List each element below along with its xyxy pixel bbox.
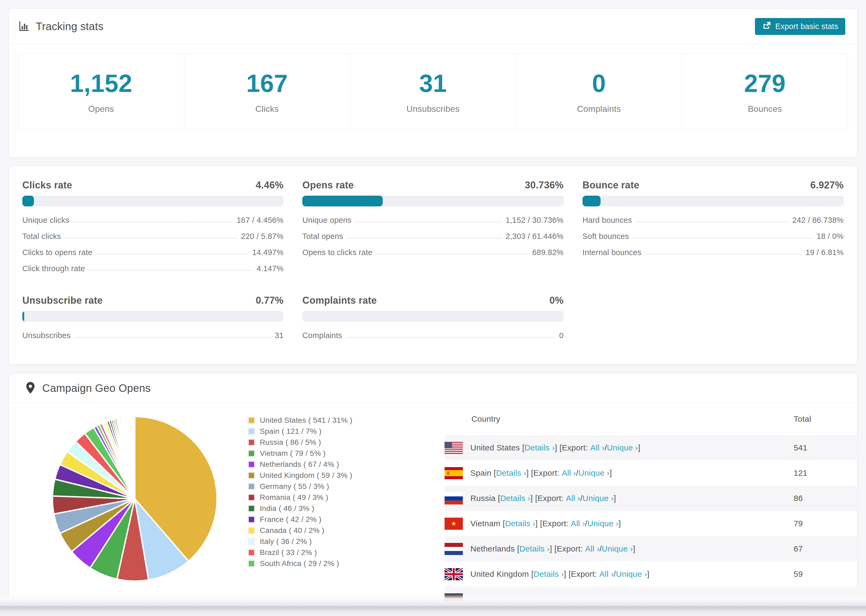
legend-label: Romania ( 49 / 3% )	[260, 493, 328, 502]
header-divider	[9, 44, 857, 44]
legend-swatch-color	[249, 440, 254, 445]
rate-detail-row: Soft bounces18 / 0%	[583, 228, 844, 244]
detail-value: 167 / 4.456%	[237, 216, 284, 225]
rate-card-header: Unsubscribe rate0.77%	[22, 295, 283, 306]
pie-legend: United States ( 541 / 31% )Spain ( 121 /…	[248, 415, 352, 569]
rate-detail-row: Total opens2,303 / 61.446%	[302, 228, 564, 244]
legend-swatch	[248, 549, 255, 556]
rate-detail-row: Click through rate4.147%	[22, 261, 283, 277]
details-link[interactable]: Details ›	[505, 519, 535, 528]
legend-swatch-color	[249, 506, 254, 511]
country-name: Russia	[471, 494, 496, 503]
table-row-russia: Russia [Details ›] [Export: All › / Uniq…	[444, 486, 857, 511]
progress-bar	[583, 196, 844, 206]
total-value: 67	[794, 544, 857, 553]
legend-swatch	[248, 516, 255, 523]
rate-value: 0.77%	[256, 295, 284, 306]
export-unique-link[interactable]: Unique ›	[607, 443, 638, 452]
legend-item-romania: Romania ( 49 / 3% )	[248, 492, 352, 503]
legend-label: Spain ( 121 / 7% )	[260, 427, 322, 436]
export-label: Export:	[562, 443, 588, 452]
detail-value: 2,303 / 61.446%	[505, 232, 564, 241]
table-row-netherlands: Netherlands [Details ›] [Export: All › /…	[444, 536, 857, 561]
table-row-vietnam: Vietnam [Details ›] [Export: All › / Uni…	[444, 511, 857, 536]
legend-swatch-color	[249, 550, 254, 555]
dotted-leader	[645, 254, 802, 255]
details-link[interactable]: Details ›	[519, 544, 550, 553]
stat-label: Complaints	[577, 104, 621, 114]
rate-card-clicks-rate: Clicks rate4.46%Unique clicks167 / 4.456…	[22, 179, 283, 277]
detail-value: 19 / 6.81%	[806, 248, 844, 257]
legend-item-russia: Russia ( 86 / 5% )	[248, 437, 352, 448]
export-unique-link[interactable]: Unique ›	[578, 468, 610, 478]
page-title: Tracking stats	[36, 20, 104, 33]
rates-grid: Clicks rate4.46%Unique clicks167 / 4.456…	[9, 166, 857, 357]
export-all-link[interactable]: All ›	[585, 544, 600, 553]
rate-detail-row: Complaints0	[302, 327, 564, 344]
dotted-leader	[96, 254, 249, 255]
rate-value: 4.46%	[256, 179, 284, 191]
export-all-link[interactable]: All ›	[599, 569, 614, 579]
details-link[interactable]: Details ›	[496, 468, 527, 478]
country-cell: Netherlands [Details ›] [Export: All › /…	[444, 543, 794, 555]
stat-card-clicks: 167Clicks	[184, 54, 350, 129]
export-unique-link[interactable]: Unique ›	[616, 569, 647, 579]
table-header-row: CountryTotal	[444, 402, 857, 435]
stat-card-opens: 1,152Opens	[18, 54, 184, 129]
export-all-link[interactable]: All ›	[562, 468, 576, 478]
legend-swatch	[248, 560, 255, 567]
rate-detail-row: Hard bounces242 / 86.738%	[583, 212, 844, 228]
summary-stats-strip: 1,152Opens167Clicks31Unsubscribes0Compla…	[18, 53, 848, 130]
legend-swatch-color	[249, 517, 254, 522]
legend-label: Russia ( 86 / 5% )	[260, 438, 321, 447]
details-link[interactable]: Details ›	[524, 443, 555, 452]
export-unique-link[interactable]: Unique ›	[587, 519, 619, 528]
bottom-fade	[0, 592, 866, 607]
details-link[interactable]: Details ›	[534, 569, 564, 579]
tracking-stats-panel: Tracking stats Export basic stats 1,152O…	[9, 9, 857, 158]
country-cell: United States [Details ›] [Export: All ›…	[444, 442, 794, 454]
country-cell: Spain [Details ›] [Export: All › / Uniqu…	[444, 467, 794, 479]
progress-bar	[302, 311, 564, 322]
export-basic-stats-button[interactable]: Export basic stats	[755, 18, 845, 35]
bottom-bar	[0, 607, 866, 616]
detail-value: 31	[275, 331, 283, 340]
geo-opens-pie-chart	[49, 413, 221, 585]
legend-swatch-color	[249, 418, 254, 423]
legend-swatch	[248, 538, 255, 545]
export-all-link[interactable]: All ›	[590, 443, 605, 452]
export-all-link[interactable]: All ›	[566, 494, 580, 503]
legend-swatch-color	[249, 451, 254, 456]
detail-label: Total clicks	[22, 232, 61, 241]
legend-swatch	[248, 505, 255, 512]
detail-label: Click through rate	[22, 264, 85, 273]
detail-value: 14.497%	[252, 248, 284, 257]
rate-value: 6.927%	[810, 179, 844, 191]
legend-label: Vietnam ( 79 / 5% )	[260, 449, 326, 458]
export-unique-link[interactable]: Unique ›	[602, 544, 633, 553]
dotted-leader	[65, 238, 237, 238]
country-name: United States	[471, 443, 520, 452]
geo-header: Campaign Geo Opens	[9, 374, 857, 402]
export-all-link[interactable]: All ›	[571, 519, 585, 528]
legend-item-canada: Canada ( 40 / 2% )	[248, 525, 352, 536]
rate-title: Clicks rate	[22, 179, 72, 191]
stat-value: 1,152	[70, 69, 132, 97]
rate-detail-rows: Unsubscribes31	[22, 327, 283, 344]
rate-detail-rows: Unique opens1,152 / 30.736%Total opens2,…	[302, 212, 564, 261]
map-pin-icon	[25, 381, 36, 395]
dotted-leader	[73, 222, 233, 222]
details-link[interactable]: Details ›	[500, 494, 531, 503]
flag-es-icon	[444, 467, 463, 479]
pie-slice-other-36[interactable]	[134, 416, 135, 499]
table-row-united-states: United States [Details ›] [Export: All ›…	[444, 435, 857, 460]
legend-swatch	[248, 439, 255, 446]
detail-label: Unique clicks	[22, 216, 69, 225]
bar-chart-icon	[18, 20, 30, 33]
export-unique-link[interactable]: Unique ›	[583, 494, 614, 503]
rate-card-opens-rate: Opens rate30.736%Unique opens1,152 / 30.…	[302, 179, 564, 277]
rate-card-bounce-rate: Bounce rate6.927%Hard bounces242 / 86.73…	[583, 179, 844, 277]
legend-swatch-color	[249, 473, 254, 478]
legend-swatch-color	[249, 484, 254, 489]
rate-detail-rows: Unique clicks167 / 4.456%Total clicks220…	[22, 212, 283, 277]
